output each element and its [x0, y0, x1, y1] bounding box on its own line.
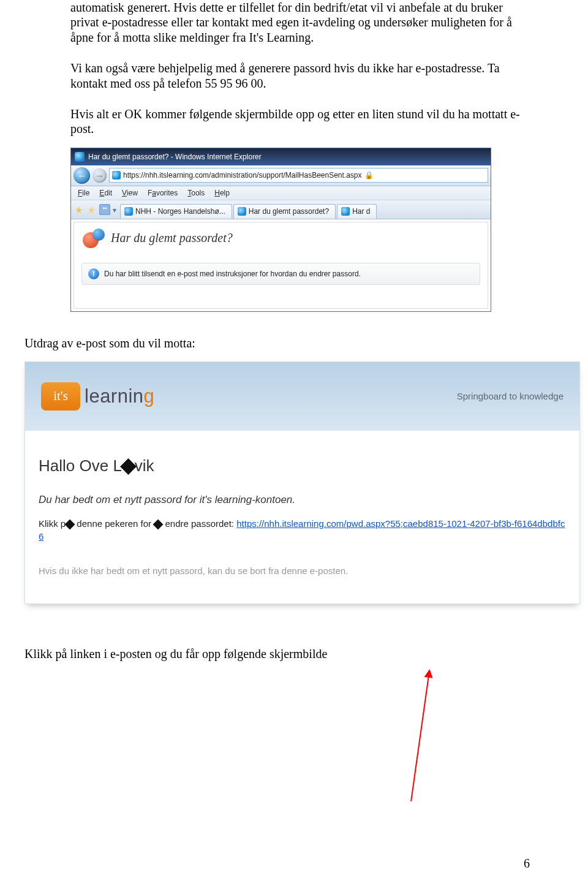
tab-nhh[interactable]: NHH - Norges Handelshø... [120, 204, 232, 219]
lock-icon: 🔒 [364, 171, 374, 180]
tab-label: NHH - Norges Handelshø... [135, 207, 225, 216]
info-text: Du har blitt tilsendt en e-post med inst… [104, 270, 361, 278]
logo-tagline: Springboard to knowledge [457, 391, 564, 401]
menu-tools[interactable]: Tools [183, 189, 209, 197]
ie-window-title: Har du glemt passordet? - Windows Intern… [88, 153, 262, 161]
add-favorite-icon[interactable]: ✭ [88, 205, 96, 216]
tab-icon [341, 207, 350, 216]
email-ignore-line: Hvis du ikke har bedt om et nytt passord… [39, 566, 566, 576]
tab-icon [124, 207, 133, 216]
encoding-glyph-icon [120, 458, 137, 475]
annotation-arrow [410, 671, 430, 801]
tab-icon [238, 207, 246, 216]
email-greeting: Hallo Ove Lvik [39, 456, 566, 475]
email-request-line: Du har bedt om et nytt passord for it's … [39, 494, 566, 506]
logo-mark: it's [41, 382, 80, 410]
ie-tabstrip: ★ ✭ ▪▪ ▾ NHH - Norges Handelshø... Har d… [71, 200, 491, 219]
page-number: 6 [524, 857, 530, 871]
email-link-line: Klikk p denne pekeren for endre passorde… [39, 517, 566, 544]
menu-help[interactable]: Help [210, 189, 234, 197]
menu-view[interactable]: View [118, 189, 142, 197]
final-instruction: Klikk på linken i e-posten og du får opp… [24, 647, 530, 661]
paragraph-3: Hvis alt er OK kommer følgende skjermbil… [70, 107, 530, 137]
tab-label: Har d [352, 207, 370, 216]
email-caption: Utdrag av e-post som du vil motta: [24, 336, 530, 350]
tab-label: Har du glemt passordet? [249, 207, 329, 216]
ie-menubar: File Edit View Favorites Tools Help [71, 186, 491, 200]
tab-extra[interactable]: Har d [337, 204, 377, 219]
logo-wordmark: learning [85, 385, 154, 407]
page-heading: Har du glemt passordet? [111, 231, 233, 245]
keys-icon [83, 229, 105, 248]
tab-dropdown-icon[interactable]: ▾ [113, 206, 116, 214]
menu-edit[interactable]: Edit [95, 189, 116, 197]
ie-page-content: Har du glemt passordet? ! Du har blitt t… [71, 219, 491, 311]
favorites-star-icon[interactable]: ★ [75, 205, 83, 216]
feeds-icon[interactable]: ▪▪ [99, 204, 110, 215]
email-banner: it's learning Springboard to knowledge [25, 362, 579, 431]
ie-screenshot: Har du glemt passordet? - Windows Intern… [70, 148, 491, 312]
forward-button[interactable]: → [92, 168, 107, 183]
ie-logo-icon [75, 152, 85, 162]
info-icon: ! [88, 268, 99, 279]
address-bar[interactable]: https://nhh.itslearning.com/administrati… [109, 168, 488, 183]
menu-file[interactable]: File [74, 189, 94, 197]
paragraph-1: automatisk generert. Hvis dette er tilfe… [70, 0, 530, 45]
email-screenshot: it's learning Springboard to knowledge H… [24, 361, 580, 605]
info-banner: ! Du har blitt tilsendt en e-post med in… [81, 263, 480, 285]
site-icon [112, 171, 121, 180]
paragraph-2: Vi kan også være behjelpelig med å gener… [70, 61, 530, 91]
ie-titlebar: Har du glemt passordet? - Windows Intern… [71, 148, 491, 165]
itslearning-logo: it's learning [41, 382, 154, 410]
back-button[interactable]: ← [74, 167, 90, 184]
address-url: https://nhh.itslearning.com/administrati… [123, 171, 362, 180]
menu-favorites[interactable]: Favorites [143, 189, 182, 197]
tab-password[interactable]: Har du glemt passordet? [233, 204, 336, 219]
ie-navbar: ← → https://nhh.itslearning.com/administ… [71, 165, 491, 186]
